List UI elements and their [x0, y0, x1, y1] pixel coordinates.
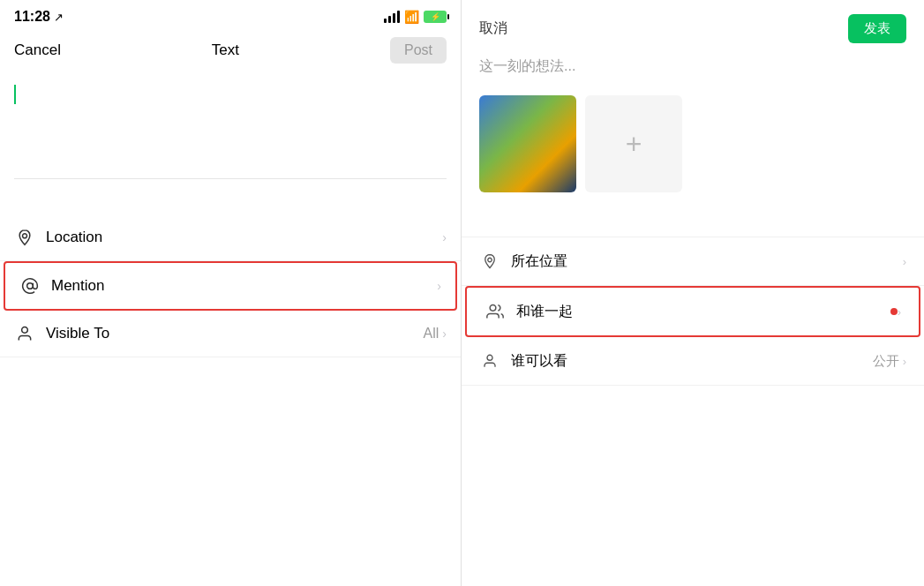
with-who-label: 和谁一起 [516, 303, 885, 321]
image-preview [479, 95, 576, 192]
post-button[interactable]: Post [390, 37, 447, 64]
chevron-right-with-who-icon: › [898, 305, 901, 319]
image-thumbnail[interactable] [479, 95, 576, 192]
text-cursor [14, 85, 16, 104]
divider-1 [14, 178, 447, 179]
cancel-zh-button[interactable]: 取消 [479, 19, 507, 38]
menu-item-visible-to[interactable]: Visible To All › [0, 311, 461, 357]
text-label: Text [212, 41, 239, 59]
right-menu-list: 所在位置 › 和谁一起 › [462, 237, 924, 386]
menu-item-mention[interactable]: Mention › [4, 261, 457, 311]
location-zh-icon [479, 251, 500, 272]
svg-point-5 [487, 355, 492, 360]
menu-list: Location › Mention › Visible To [0, 214, 461, 357]
wifi-icon: 📶 [404, 10, 419, 24]
visible-to-label: Visible To [46, 325, 424, 342]
mention-label: Mention [51, 277, 437, 295]
svg-point-1 [27, 283, 34, 289]
status-icons: 📶 ⚡ [384, 10, 447, 24]
chevron-right-zh-icon: › [903, 255, 906, 268]
right-menu-item-visible-to[interactable]: 谁可以看 公开 › [462, 337, 924, 386]
dot-indicator [890, 308, 898, 315]
right-menu-item-location[interactable]: 所在位置 › [462, 237, 924, 286]
location-icon [14, 227, 35, 248]
mention-icon [19, 275, 41, 297]
right-menu-item-with-who[interactable]: 和谁一起 › [465, 286, 920, 337]
add-image-button[interactable]: + [585, 95, 682, 192]
with-who-icon [485, 301, 506, 322]
menu-item-location[interactable]: Location › [0, 214, 461, 261]
svg-point-4 [490, 305, 496, 312]
svg-point-3 [488, 258, 492, 262]
cancel-button[interactable]: Cancel [14, 41, 61, 59]
location-label: Location [46, 229, 442, 246]
visible-to-zh-label: 谁可以看 [511, 352, 873, 371]
chevron-right-icon: › [437, 279, 441, 293]
chevron-right-icon: › [442, 230, 447, 244]
top-bar: Cancel Text Post [0, 30, 461, 72]
text-input-area[interactable] [0, 72, 461, 178]
signal-icon [384, 11, 400, 23]
right-panel: 取消 发表 这一刻的想法... + 所在位置 › [462, 0, 924, 586]
svg-point-2 [22, 327, 28, 334]
visible-to-icon [14, 323, 35, 344]
visible-to-value: All [424, 326, 439, 342]
chevron-right-icon: › [442, 327, 447, 341]
location-zh-label: 所在位置 [511, 252, 903, 271]
status-bar: 11:28 ↗ 📶 ⚡ [0, 0, 461, 30]
left-panel: 11:28 ↗ 📶 ⚡ Cancel Text Post [0, 0, 462, 586]
visible-to-zh-icon [479, 350, 500, 372]
image-area: + [462, 86, 924, 210]
status-time: 11:28 [14, 9, 50, 25]
chevron-right-visible-zh-icon: › [903, 355, 906, 368]
post-zh-button[interactable]: 发表 [848, 14, 906, 43]
right-top-bar: 取消 发表 [462, 0, 924, 54]
thought-placeholder[interactable]: 这一刻的想法... [462, 54, 924, 86]
visible-to-zh-value: 公开 [873, 353, 899, 370]
location-arrow-icon: ↗ [54, 11, 64, 24]
battery-icon: ⚡ [424, 11, 447, 23]
svg-point-0 [23, 234, 27, 238]
